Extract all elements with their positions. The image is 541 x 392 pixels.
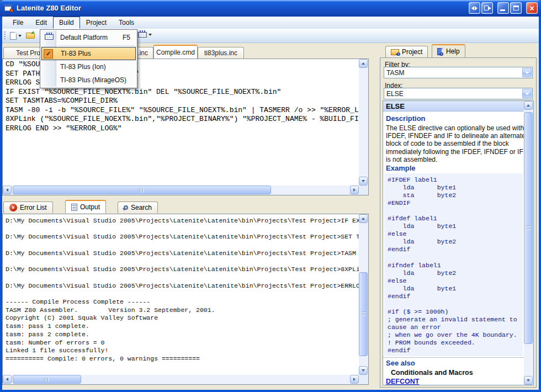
scrollbar-corner bbox=[359, 186, 368, 195]
scrollbar-thumb[interactable] bbox=[13, 186, 271, 194]
menu-item-ti83-plus-ion[interactable]: TI-83 Plus (Ion) bbox=[41, 60, 136, 73]
titlebar[interactable]: Latenite Z80 Editor × bbox=[0, 0, 541, 17]
link-defcont[interactable]: DEFCONT bbox=[386, 378, 419, 385]
menu-tools[interactable]: Tools bbox=[113, 17, 140, 29]
project-folder-search-icon bbox=[391, 49, 399, 55]
scroll-down-button[interactable] bbox=[359, 366, 368, 375]
swap-panes-button[interactable] bbox=[469, 2, 480, 14]
new-file-dropdown-icon bbox=[18, 35, 22, 37]
app-window: Latenite Z80 Editor × File Edit Build Pr… bbox=[0, 0, 541, 392]
undock-button[interactable] bbox=[481, 2, 493, 14]
arrow-down-icon bbox=[527, 379, 530, 382]
menu-item-ti83-plus[interactable]: ✓ TI-83 Plus bbox=[41, 47, 136, 60]
error-icon: × bbox=[9, 204, 17, 211]
tab-label: Error List bbox=[20, 204, 47, 211]
arrow-down-icon bbox=[362, 180, 365, 182]
scroll-up-button[interactable] bbox=[359, 59, 368, 68]
output-vertical-scrollbar[interactable] bbox=[359, 214, 368, 375]
thumb-grip bbox=[44, 378, 49, 382]
arrow-left-icon bbox=[6, 378, 8, 381]
menu-edit[interactable]: Edit bbox=[29, 17, 53, 29]
scroll-left-button[interactable] bbox=[3, 375, 12, 384]
scroll-down-button[interactable] bbox=[359, 177, 368, 186]
help-topic-header: ELSE bbox=[383, 101, 524, 112]
combo-dropdown-button[interactable] bbox=[522, 68, 532, 77]
thumb-grip bbox=[362, 311, 366, 316]
window-title: Latenite Z80 Editor bbox=[17, 0, 81, 17]
tab-label: Help bbox=[446, 47, 460, 55]
scroll-up-button[interactable] bbox=[524, 101, 533, 110]
close-button[interactable]: × bbox=[526, 2, 538, 14]
arrow-up-icon bbox=[362, 218, 365, 220]
build-toolbar-button[interactable] bbox=[136, 30, 154, 39]
tab-label: Project bbox=[402, 48, 422, 56]
example-code-block: #IFDEF label1 lda byte1 sta byte2 #ENDIF… bbox=[384, 173, 523, 356]
scroll-left-button[interactable] bbox=[3, 186, 12, 194]
index-combobox[interactable]: ELSE bbox=[384, 88, 533, 99]
scrollbar-thumb[interactable] bbox=[13, 375, 81, 384]
output-text[interactable]: D:\My Documents\Visual Studio 2005\Proje… bbox=[3, 214, 359, 375]
menu-separator bbox=[58, 45, 135, 46]
undock-icon bbox=[484, 6, 491, 10]
filter-combobox[interactable]: TASM bbox=[384, 67, 533, 78]
menu-build[interactable]: Build bbox=[53, 17, 80, 29]
thumb-grip bbox=[139, 188, 144, 193]
app-icon bbox=[4, 4, 13, 12]
tab-output[interactable]: Output bbox=[65, 200, 106, 213]
tab-help[interactable]: Help bbox=[432, 44, 465, 57]
arrow-up-icon bbox=[362, 62, 365, 65]
menu-item-ti83-plus-mirageos[interactable]: TI-83 Plus (MirageOS) bbox=[41, 73, 136, 87]
scroll-right-button[interactable] bbox=[350, 375, 359, 384]
tab-label: Search bbox=[131, 204, 152, 211]
open-folder-icon bbox=[26, 33, 35, 39]
output-horizontal-scrollbar[interactable] bbox=[3, 375, 359, 384]
menu-item-default-platform[interactable]: Default Platform F5 bbox=[41, 31, 136, 44]
output-panel: D:\My Documents\Visual Studio 2005\Proje… bbox=[2, 214, 369, 385]
minimize-button[interactable] bbox=[497, 2, 509, 14]
divider bbox=[383, 357, 524, 358]
menubar: File Edit Build Project Tools bbox=[2, 17, 539, 29]
build-icon bbox=[45, 34, 54, 40]
chevron-down-icon bbox=[525, 93, 529, 95]
arrow-right-icon bbox=[353, 378, 356, 381]
tab-label: Output bbox=[80, 203, 100, 211]
tab-error-list[interactable]: × Error List bbox=[3, 202, 53, 213]
description-text: The ELSE directive can optionally be use… bbox=[386, 124, 524, 163]
tab-project[interactable]: Project bbox=[385, 46, 428, 57]
toolbar-grip[interactable] bbox=[4, 31, 6, 40]
menu-project[interactable]: Project bbox=[80, 17, 113, 29]
example-code: #IFDEF label1 lda byte1 sta byte2 #ENDIF… bbox=[384, 173, 523, 354]
help-book-search-icon bbox=[437, 48, 443, 55]
editor-horizontal-scrollbar[interactable] bbox=[3, 186, 359, 195]
thumb-grip bbox=[527, 225, 531, 230]
open-file-button[interactable] bbox=[24, 31, 37, 40]
tab-search[interactable]: Search bbox=[118, 202, 158, 213]
chevron-down-icon bbox=[525, 72, 529, 74]
help-vertical-scrollbar[interactable] bbox=[524, 101, 533, 385]
scrollbar-thumb[interactable] bbox=[524, 112, 533, 344]
bottom-tab-row: × Error List Output Search bbox=[2, 199, 369, 213]
scroll-down-button[interactable] bbox=[524, 376, 533, 385]
editor-vertical-scrollbar[interactable] bbox=[359, 59, 368, 186]
scroll-up-button[interactable] bbox=[359, 214, 368, 223]
scroll-right-button[interactable] bbox=[350, 186, 359, 194]
new-file-button[interactable] bbox=[8, 30, 24, 41]
help-panel-body: Filter by: TASM Index: ELSE ELSE Descrip… bbox=[380, 57, 537, 388]
combo-dropdown-button[interactable] bbox=[522, 89, 532, 98]
tab-ti83plus-inc[interactable]: ti83plus.inc bbox=[198, 47, 244, 59]
tab-compile-cmd[interactable]: Compile.cmd bbox=[153, 45, 198, 59]
new-file-icon bbox=[10, 32, 17, 40]
help-content: Description The ELSE directive can optio… bbox=[383, 112, 524, 385]
index-value: ELSE bbox=[386, 90, 404, 98]
build-dropdown-icon bbox=[148, 34, 152, 36]
output-icon bbox=[71, 204, 77, 211]
menu-shortcut: F5 bbox=[123, 34, 136, 41]
scrollbar-thumb[interactable] bbox=[359, 272, 368, 356]
build-menu-popup: Default Platform F5 ✓ TI-83 Plus TI-83 P… bbox=[40, 29, 137, 88]
see-also-heading: See also bbox=[386, 359, 415, 367]
menu-file[interactable]: File bbox=[7, 17, 29, 29]
swap-arrows-icon bbox=[471, 6, 478, 10]
menu-item-label: TI-83 Plus (Ion) bbox=[60, 63, 106, 71]
maximize-button[interactable] bbox=[510, 2, 522, 14]
arrow-down-icon bbox=[362, 369, 365, 372]
